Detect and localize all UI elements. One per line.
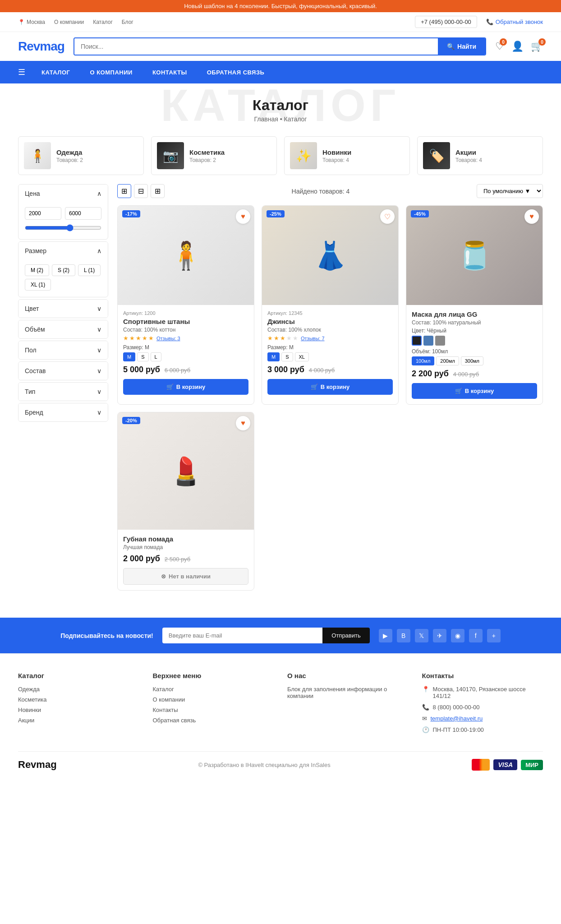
product-card-4: 💄 -20% ♥ Губная помада Лучшая помада 2 0…	[117, 412, 254, 591]
volume-opt-100-3[interactable]: 100мл	[412, 356, 434, 365]
size-s-btn[interactable]: S (2)	[52, 264, 75, 276]
view-grid-large[interactable]: ⊟	[134, 184, 148, 198]
catalog-link[interactable]: Каталог	[93, 19, 113, 25]
product-img-1: 🧍 -17% ♥	[118, 206, 254, 305]
wishlist-btn-2[interactable]: ♡	[380, 209, 395, 224]
logo[interactable]: Revmag	[18, 39, 64, 54]
wishlist-btn-4[interactable]: ♥	[236, 416, 250, 430]
size-opt-l-1[interactable]: L	[151, 352, 161, 361]
instagram-icon[interactable]: ◉	[451, 629, 464, 642]
footer-menu-about[interactable]: О компании	[153, 696, 274, 703]
product-info-1: Артикул: 1200 Спортивные штаны Состав: 1…	[118, 305, 254, 400]
product-name-2: Джинсы	[267, 318, 393, 325]
account-button[interactable]: 👤	[511, 41, 524, 52]
footer-menu-catalog[interactable]: Каталог	[153, 686, 274, 693]
view-grid-small[interactable]: ⊞	[117, 184, 131, 198]
location-icon: 📍	[18, 19, 25, 25]
color-opt-black-3[interactable]	[412, 336, 422, 346]
cart-btn-1[interactable]: 🛒 В корзину	[123, 379, 248, 395]
facebook-icon[interactable]: f	[469, 629, 483, 642]
newsletter-input[interactable]	[162, 628, 323, 643]
newsletter-submit[interactable]: Отправить	[322, 628, 369, 643]
footer-menu-contacts[interactable]: Контакты	[153, 707, 274, 713]
price-to-input[interactable]	[65, 207, 101, 220]
volume-opt-200-3[interactable]: 200мл	[436, 356, 459, 365]
filter-price-header[interactable]: Цена ∧	[18, 185, 108, 203]
category-sale[interactable]: 🏷️ Акции Товаров: 4	[417, 136, 543, 175]
cart-btn-3[interactable]: 🛒 В корзину	[412, 383, 537, 399]
nav-contacts[interactable]: КОНТАКТЫ	[143, 62, 197, 83]
footer-phone: 📞 8 (800) 000-00-00	[422, 704, 543, 711]
filter-gender: Пол ∨	[18, 341, 108, 360]
nav-catalog[interactable]: КАТАЛОГ	[32, 62, 80, 83]
product-size-label-1: Размер: M	[123, 344, 248, 351]
view-list[interactable]: ⊞	[151, 184, 165, 198]
breadcrumb-home[interactable]: Главная	[254, 116, 278, 123]
price-slider[interactable]	[25, 224, 101, 231]
announcement-text: Новый шаблон на 4 поколении. Быстрый, фу…	[184, 3, 377, 9]
size-opt-s-1[interactable]: S	[137, 352, 148, 361]
sort-select[interactable]: По умолчанию ▼	[477, 184, 543, 198]
size-opt-s-2[interactable]: S	[281, 352, 293, 361]
filter-volume-header[interactable]: Объём ∨	[18, 320, 108, 338]
twitter-icon[interactable]: 𝕏	[415, 629, 428, 642]
product-article-2: Артикул: 12345	[267, 310, 393, 316]
size-opt-m-1[interactable]: M	[123, 352, 135, 361]
color-opt-gray-3[interactable]	[435, 336, 445, 346]
price-from-input[interactable]	[25, 207, 61, 220]
filter-gender-header[interactable]: Пол ∨	[18, 341, 108, 359]
vk-icon[interactable]: В	[397, 629, 410, 642]
phone-button[interactable]: +7 (495) 000-00-00	[415, 16, 477, 28]
telegram-icon[interactable]: ✈	[433, 629, 446, 642]
reviews-link-1[interactable]: Отзывы: 3	[156, 336, 180, 341]
hamburger-menu[interactable]: ☰	[18, 61, 32, 83]
filter-brand: Бренд ∨	[18, 403, 108, 422]
footer-link-cosmetics[interactable]: Косметика	[18, 696, 139, 703]
category-cosmetics[interactable]: 📷 Косметика Товаров: 2	[151, 136, 277, 175]
plus-icon[interactable]: +	[487, 629, 501, 642]
size-xl-btn[interactable]: XL (1)	[25, 279, 51, 291]
volume-opt-300-3[interactable]: 300мл	[461, 356, 483, 365]
footer-menu-feedback[interactable]: Обратная связь	[153, 717, 274, 724]
cart-btn-2[interactable]: 🛒 В корзину	[267, 379, 393, 395]
footer-link-clothing[interactable]: Одежда	[18, 686, 139, 693]
nav-about[interactable]: О КОМПАНИИ	[80, 62, 142, 83]
wishlist-btn-1[interactable]: ♥	[236, 209, 250, 224]
footer-email-link[interactable]: template@ihaveit.ru	[431, 715, 483, 722]
blog-link[interactable]: Блог	[122, 19, 133, 25]
category-new[interactable]: ✨ Новинки Товаров: 4	[284, 136, 410, 175]
product-composition-4: Лучшая помада	[123, 544, 248, 550]
header-icons: ♡ 0 👤 🛒 0	[495, 41, 543, 52]
product-info-4: Губная помада Лучшая помада 2 000 руб 2 …	[118, 530, 254, 590]
filter-size-header[interactable]: Размер ∧	[18, 242, 108, 260]
search-bar: 🔍 Найти	[74, 37, 486, 55]
size-opt-xl-2[interactable]: XL	[295, 352, 309, 361]
callback-button[interactable]: 📞 Обратный звонок	[486, 18, 543, 25]
filter-color-header[interactable]: Цвет ∨	[18, 300, 108, 318]
footer-link-sale[interactable]: Акции	[18, 717, 139, 724]
category-sale-info: Акции Товаров: 4	[455, 148, 482, 163]
filter-brand-header[interactable]: Бренд ∨	[18, 403, 108, 421]
filter-composition-header[interactable]: Состав ∨	[18, 362, 108, 380]
footer-about-text: Блок для заполнения информации о компани…	[287, 686, 409, 699]
search-input[interactable]	[74, 38, 438, 55]
wishlist-btn-3[interactable]: ♥	[524, 209, 539, 224]
price-new-1: 5 000 руб	[123, 365, 160, 374]
size-l-btn[interactable]: L (1)	[78, 264, 101, 276]
cart-btn-4[interactable]: ⊗ Нет в наличии	[123, 568, 248, 585]
youtube-icon[interactable]: ▶	[379, 629, 392, 642]
footer: Каталог Одежда Косметика Новинки Акции В…	[0, 653, 561, 780]
filter-type-header[interactable]: Тип ∨	[18, 383, 108, 401]
reviews-link-2[interactable]: Отзывы: 7	[301, 336, 325, 341]
size-m-btn[interactable]: M (2)	[25, 264, 49, 276]
filter-price-body	[18, 203, 108, 239]
size-opt-m-2[interactable]: M	[267, 352, 280, 361]
about-link[interactable]: О компании	[54, 19, 84, 25]
search-button[interactable]: 🔍 Найти	[438, 38, 485, 55]
color-opt-blue-3[interactable]	[423, 336, 433, 346]
wishlist-button[interactable]: ♡ 0	[495, 41, 504, 52]
category-clothing[interactable]: 🧍 Одежда Товаров: 2	[18, 136, 144, 175]
footer-link-new[interactable]: Новинки	[18, 707, 139, 713]
cart-button[interactable]: 🛒 0	[531, 41, 543, 52]
nav-feedback[interactable]: ОБРАТНАЯ СВЯЗЬ	[197, 62, 275, 83]
